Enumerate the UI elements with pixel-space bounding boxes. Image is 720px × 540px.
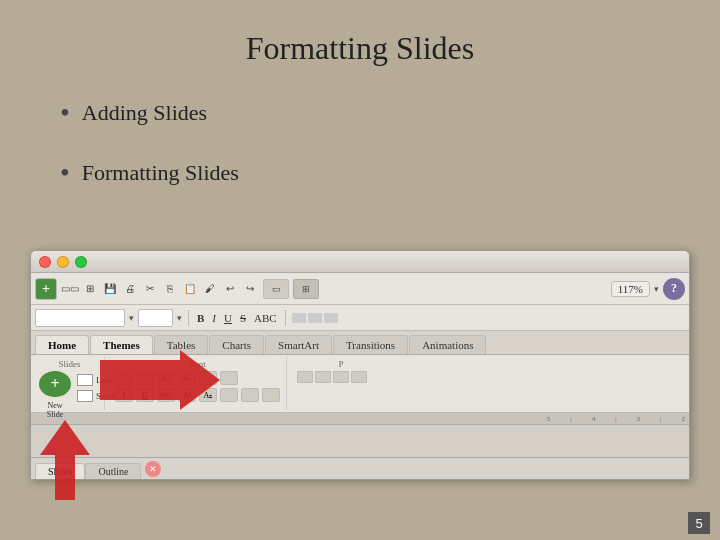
new-slide-plus[interactable]: + — [39, 371, 71, 397]
close-button[interactable] — [39, 256, 51, 268]
align-center-icon[interactable] — [308, 313, 322, 323]
bottom-tabs: Slides Outline ✕ — [31, 457, 689, 479]
separator-2 — [285, 310, 286, 326]
paragraph-group: P — [291, 357, 391, 410]
slide-title: Formatting Slides — [60, 30, 660, 67]
format-bar: ▾ ▾ B I U S ABC — [31, 305, 689, 331]
font-size-down[interactable]: A- — [178, 371, 196, 385]
font-ctrl-2[interactable] — [136, 371, 154, 385]
tab-tables[interactable]: Tables — [154, 335, 209, 354]
tab-charts[interactable]: Charts — [209, 335, 264, 354]
tab-transitions[interactable]: Transitions — [333, 335, 408, 354]
underline-button[interactable]: U — [222, 312, 234, 324]
bold-button[interactable]: B — [195, 312, 206, 324]
highlight-btn[interactable] — [241, 388, 259, 402]
strikethrough2-button[interactable]: ABC — [252, 312, 279, 324]
align-right-icon[interactable] — [324, 313, 338, 323]
slides-group: Slides + New Slide Layout ▾ — [35, 357, 105, 410]
para-ctrl-4[interactable] — [351, 371, 367, 383]
font-ctrl-5[interactable] — [199, 371, 217, 385]
cut-icon[interactable]: ✂ — [141, 280, 159, 298]
layout-icon: ⊞ — [81, 280, 99, 298]
paste-icon[interactable]: 📋 — [181, 280, 199, 298]
font-ctrl-6[interactable] — [220, 371, 238, 385]
zoom-dropdown[interactable]: ▾ — [654, 284, 659, 294]
ruler-marks: 5 | 4 | 3 | 2 — [547, 415, 685, 423]
font-family-input[interactable] — [35, 309, 125, 327]
view2-icon[interactable]: ⊞ — [293, 279, 319, 299]
save-icon[interactable]: 💾 — [101, 280, 119, 298]
font-group-label: Font — [115, 359, 280, 369]
font-row2: I U ABC A² A₂ — [115, 388, 280, 402]
abc-btn[interactable]: ABC — [157, 388, 175, 402]
strikethrough-button[interactable]: S — [238, 312, 248, 324]
tab-themes[interactable]: Themes — [90, 335, 153, 354]
main-toolbar: + ▭▭ ⊞ 💾 🖨 ✂ ⎘ 📋 🖌 ↩ ↪ ▭ ⊞ 117% ▾ ? — [31, 273, 689, 305]
tab-animations[interactable]: Animations — [409, 335, 486, 354]
superscript-btn[interactable]: A² — [178, 388, 196, 402]
bullet-1: Adding Slides — [60, 97, 660, 129]
new-slide-label: New Slide — [39, 401, 71, 419]
tab-smartart[interactable]: SmartArt — [265, 335, 332, 354]
slide-content: Formatting Slides Adding Slides Formatti… — [0, 0, 720, 237]
align-buttons — [292, 313, 338, 323]
font-size-up[interactable]: A+ — [157, 371, 175, 385]
font-size-input[interactable] — [138, 309, 173, 327]
font-ctrl-1[interactable] — [115, 371, 133, 385]
tab-home[interactable]: Home — [35, 335, 89, 354]
font-controls: A+ A- — [115, 371, 280, 385]
font-family-dropdown[interactable]: ▾ — [129, 313, 134, 323]
para-ctrl-1[interactable] — [297, 371, 313, 383]
section-icon-thumb — [77, 390, 93, 402]
panel-close-button[interactable]: ✕ — [145, 461, 161, 477]
tab-outline-panel[interactable]: Outline — [85, 463, 141, 479]
zoom-display[interactable]: 117% — [611, 281, 650, 297]
new-slide-area: + New Slide — [39, 371, 71, 419]
para-ctrl-2[interactable] — [315, 371, 331, 383]
separator-1 — [188, 310, 189, 326]
format-icon[interactable]: 🖌 — [201, 280, 219, 298]
slides-group-label: Slides — [39, 359, 100, 369]
slide-background: Formatting Slides Adding Slides Formatti… — [0, 0, 720, 540]
minimize-button[interactable] — [57, 256, 69, 268]
add-button[interactable]: + — [35, 278, 57, 300]
print-icon[interactable]: 🖨 — [121, 280, 139, 298]
ribbon-content: Slides + New Slide Layout ▾ — [31, 355, 689, 413]
italic-button[interactable]: I — [210, 312, 218, 324]
toolbar-icons: ▭▭ ⊞ 💾 🖨 ✂ ⎘ 📋 🖌 ↩ ↪ — [61, 280, 259, 298]
font-color-btn[interactable] — [262, 388, 280, 402]
subscript-btn[interactable]: A₂ — [199, 388, 217, 402]
slides-icon: ▭▭ — [61, 280, 79, 298]
help-button[interactable]: ? — [663, 278, 685, 300]
title-bar — [31, 251, 689, 273]
page-number: 5 — [688, 512, 710, 534]
para-ctrl-3[interactable] — [333, 371, 349, 383]
maximize-button[interactable] — [75, 256, 87, 268]
tab-slides-panel[interactable]: Slides — [35, 463, 85, 479]
layout-icon-thumb — [77, 374, 93, 386]
bullet-2: Formatting Slides — [60, 157, 660, 189]
redo-icon[interactable]: ↪ — [241, 280, 259, 298]
ruler: 5 | 4 | 3 | 2 — [31, 413, 689, 425]
underline-btn[interactable]: U — [136, 388, 154, 402]
slides-group-content: + New Slide Layout ▾ Section ▾ — [39, 371, 100, 419]
copy-icon[interactable]: ⎘ — [161, 280, 179, 298]
para-group-label: P — [297, 359, 385, 369]
font-size-dropdown[interactable]: ▾ — [177, 313, 182, 323]
color-btn[interactable] — [220, 388, 238, 402]
ribbon-tabs: Home Themes Tables Charts SmartArt Trans… — [31, 331, 689, 355]
para-controls — [297, 371, 385, 383]
italic-btn[interactable]: I — [115, 388, 133, 402]
undo-icon[interactable]: ↩ — [221, 280, 239, 298]
ppt-window: + ▭▭ ⊞ 💾 🖨 ✂ ⎘ 📋 🖌 ↩ ↪ ▭ ⊞ 117% ▾ ? — [30, 250, 690, 480]
align-left-icon[interactable] — [292, 313, 306, 323]
view-icon[interactable]: ▭ — [263, 279, 289, 299]
font-group: Font A+ A- I U ABC A² A₂ — [109, 357, 287, 410]
